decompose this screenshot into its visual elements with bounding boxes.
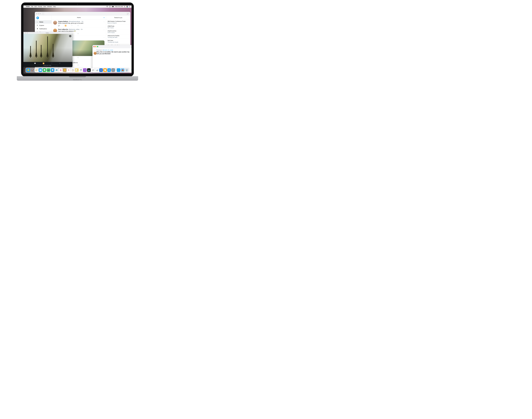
menu-view[interactable]: View [43, 6, 46, 7]
siri-icon[interactable] [126, 6, 128, 7]
tweet-handle[interactable]: @hoopdreams4ever [68, 21, 80, 22]
like-icon[interactable]: ♡ [71, 25, 73, 26]
share-icon[interactable]: ⇪ [78, 25, 79, 26]
notification-center-icon[interactable]: ☰ [129, 6, 130, 7]
reply-icon[interactable]: 💬 [34, 63, 36, 64]
window-zoom[interactable] [97, 46, 98, 47]
tweet-time: · 1m [81, 21, 83, 22]
dock-settings-icon[interactable]: ⚙️ [111, 68, 115, 72]
dock-calendar-icon[interactable]: 3 [67, 68, 71, 72]
window-minimize[interactable] [38, 13, 39, 14]
reply-icon[interactable]: 💬 [58, 25, 60, 26]
dock-numbers-icon[interactable]: 📊 [95, 68, 99, 72]
trend-item[interactable]: Salt JuiceTrending with Health [106, 39, 130, 44]
menu-file[interactable]: File [31, 6, 33, 7]
menubar-clock[interactable]: Mon 9:41 AM [115, 6, 123, 7]
tweet[interactable]: Virginia Rafferty@hoopdreams4ever· 1mWha… [52, 20, 106, 27]
dock-messages-green-icon[interactable]: 💬 [43, 68, 46, 72]
tweet-handle[interactable]: @allmemes_allday [69, 29, 79, 30]
sidebar-item-explore[interactable]: 🔍︎ Explore [35, 24, 52, 27]
spotlight-icon[interactable] [124, 6, 125, 7]
dock-photos-icon[interactable]: 🌸 [59, 68, 63, 72]
avatar[interactable] [53, 21, 57, 25]
chevron-down-icon[interactable]: ⌄ [104, 29, 104, 30]
menu-help[interactable]: Help [53, 6, 56, 7]
retweet-icon[interactable]: 🔁 [65, 25, 66, 26]
sidebar-item-label: Home [39, 21, 43, 23]
menu-edit[interactable]: Edit [35, 6, 37, 7]
dock-music-icon[interactable]: 🎵 [79, 68, 83, 72]
compose-icon[interactable] [130, 46, 131, 48]
trend-item[interactable]: #WarriorsForTheWinTrending with NBA [106, 34, 130, 39]
dock-pages-icon[interactable]: 📄 [103, 68, 107, 72]
compose-titlebar [92, 45, 131, 48]
dock-facetime-icon[interactable]: 📹 [47, 68, 50, 72]
wifi-icon[interactable] [106, 6, 108, 7]
window-close[interactable] [36, 13, 37, 14]
window-close[interactable] [93, 46, 95, 47]
dock-news-icon[interactable]: 📰 [91, 68, 95, 72]
trend-item[interactable]: #NBAFinals54K Tweets [106, 25, 130, 29]
tweet-author[interactable]: Dave LaMacchia [58, 29, 68, 30]
dock-safari-icon[interactable]: 🧭 [35, 68, 38, 72]
menubar-app-name[interactable]: Twitter [26, 6, 30, 7]
dock-podcasts-icon[interactable]: 🎙️ [83, 68, 87, 72]
dock-trash-icon[interactable]: 🗑️ [125, 68, 129, 72]
compose-tweet-button[interactable] [126, 13, 129, 15]
chevron-down-icon[interactable]: ⌄ [104, 37, 104, 38]
laptop-camera [77, 4, 78, 5]
dock-notes-icon[interactable]: 📝 [75, 68, 79, 72]
sidebar-item-home[interactable]: ⌂ Home [35, 20, 52, 24]
sidebar-item-label: Notifications [39, 28, 47, 30]
menu-window[interactable]: Window [47, 6, 52, 7]
back-button[interactable]: ‹ [42, 13, 44, 15]
share-icon[interactable]: ⇪ [78, 33, 79, 34]
dock-tv-icon[interactable]: 📺 [87, 68, 91, 72]
trend-subtitle: Bucks vs Raptors [108, 22, 129, 24]
char-count-ring [131, 69, 131, 71]
menubar: Twitter File Edit Format View Window Hel… [23, 5, 131, 8]
trend-item[interactable]: NBA Eastern Conference FinalsBucks vs Ra… [106, 20, 130, 25]
more-options-icon[interactable]: ⋯ [69, 35, 71, 37]
timeline-header: Home ✦ [52, 15, 106, 20]
share-icon[interactable]: ⇪ [59, 63, 60, 64]
dock-maps-icon[interactable]: 🗺️ [55, 68, 58, 72]
window-minimize[interactable] [95, 46, 96, 47]
detail-titlebar: Twitter [23, 32, 72, 34]
compose-textarea[interactable]: Wow, this is incredible. We need to plan… [96, 51, 131, 55]
tweet-author[interactable]: Virginia Rafferty [58, 21, 68, 22]
trend-item[interactable]: #HairForceOne24.4K Tweets [106, 29, 130, 34]
dock-launchpad-icon[interactable]: 🚀 [31, 68, 34, 72]
share-icon[interactable]: ⇪ [78, 64, 79, 66]
dock-twitter-icon[interactable]: 🐦 [117, 68, 120, 72]
battery-icon[interactable] [112, 6, 114, 7]
airplay-icon[interactable] [109, 6, 111, 7]
dock-appstore-icon[interactable]: Ⓐ [107, 68, 111, 72]
chevron-down-icon[interactable]: ⌄ [104, 21, 104, 22]
twitter-logo-icon[interactable] [36, 17, 39, 19]
dock-reminders-icon[interactable]: 📋 [71, 68, 75, 72]
dock-finder-icon[interactable]: 🙂 [26, 68, 30, 72]
sidebar-item-notifications[interactable]: 🔔︎ Notifications [35, 27, 52, 30]
dock-downloads-icon[interactable]: 📥 [121, 68, 125, 72]
sparkle-icon[interactable]: ✦ [104, 17, 105, 18]
menubar-status: Mon 9:41 AM ☰ [106, 6, 130, 7]
retweet-icon[interactable]: 🔁 [43, 63, 44, 64]
tweet-photo[interactable]: ⋯ [23, 34, 72, 62]
reply-input[interactable]: Tweet your reply [37, 65, 58, 66]
dock-messages-icon[interactable]: 💬 [51, 68, 54, 72]
reply-mention[interactable]: @coach_im_ready [103, 49, 113, 51]
dock-mail-icon[interactable]: ✉️ [39, 68, 42, 72]
trend-title: NBA Eastern Conference Finals [108, 21, 129, 22]
trend-subtitle: Trending with NBA [108, 37, 129, 38]
main-titlebar: ‹ [35, 12, 130, 15]
share-icon[interactable]: ⇪ [78, 57, 79, 58]
menu-format[interactable]: Format [38, 6, 42, 7]
trend-subtitle: 54K Tweets [108, 27, 129, 28]
dock-keynote-icon[interactable]: 🧿 [99, 68, 103, 72]
reply-to-line: Replying to @coach_im_ready [96, 49, 131, 51]
detail-action-bar: 💬 🔁 ♡ ⇪ Tweet your reply [23, 62, 72, 67]
like-icon[interactable]: ♡ [51, 63, 52, 64]
dock-contacts-icon[interactable]: 📒 [63, 68, 66, 72]
window-zoom[interactable] [39, 13, 41, 14]
